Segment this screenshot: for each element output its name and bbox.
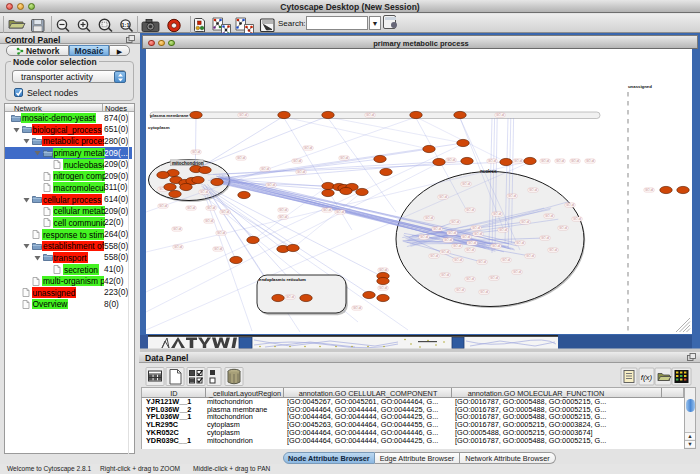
svg-text:GO-id: GO-id bbox=[174, 245, 182, 249]
svg-text:GO-id: GO-id bbox=[472, 226, 480, 230]
svg-text:GO-id: GO-id bbox=[439, 195, 447, 199]
svg-text:GO-id: GO-id bbox=[478, 260, 486, 264]
svg-text:GO-id: GO-id bbox=[559, 226, 567, 230]
svg-text:GO-id: GO-id bbox=[353, 306, 361, 310]
svg-text:GO-id: GO-id bbox=[566, 203, 574, 207]
svg-text:GO-id: GO-id bbox=[645, 188, 653, 192]
svg-text:GO-id: GO-id bbox=[205, 219, 213, 223]
svg-text:GO-id: GO-id bbox=[549, 248, 557, 252]
svg-text:GO-id: GO-id bbox=[516, 241, 524, 245]
svg-text:GO-id: GO-id bbox=[187, 206, 195, 210]
svg-text:plasma membrane: plasma membrane bbox=[150, 113, 189, 118]
svg-text:GO-id: GO-id bbox=[502, 258, 510, 262]
svg-text:GO-id: GO-id bbox=[379, 268, 387, 272]
svg-text:GO-id: GO-id bbox=[490, 276, 498, 280]
svg-text:GO-id: GO-id bbox=[441, 250, 449, 254]
svg-text:GO-id: GO-id bbox=[496, 113, 504, 117]
svg-text:GO-id: GO-id bbox=[420, 235, 428, 239]
svg-text:GO-id: GO-id bbox=[430, 254, 438, 258]
svg-text:GO-id: GO-id bbox=[466, 248, 474, 252]
svg-text:GO-id: GO-id bbox=[448, 231, 456, 235]
svg-text:GO-id: GO-id bbox=[529, 188, 537, 192]
svg-text:GO-id: GO-id bbox=[192, 150, 200, 154]
svg-text:GO-id: GO-id bbox=[267, 183, 275, 187]
svg-text:GO-id: GO-id bbox=[447, 158, 455, 162]
svg-text:GO-id: GO-id bbox=[237, 156, 245, 160]
svg-text:GO-id: GO-id bbox=[466, 277, 474, 281]
svg-text:GO-id: GO-id bbox=[462, 182, 470, 186]
svg-text:GO-id: GO-id bbox=[545, 214, 553, 218]
svg-text:mitochondrion: mitochondrion bbox=[172, 161, 204, 166]
svg-text:GO-id: GO-id bbox=[304, 146, 312, 150]
svg-text:GO-id: GO-id bbox=[492, 244, 500, 248]
svg-text:GO-id: GO-id bbox=[239, 113, 247, 117]
svg-text:GO-id: GO-id bbox=[279, 208, 287, 212]
svg-text:1:1: 1:1 bbox=[122, 22, 130, 28]
svg-text:GO-id: GO-id bbox=[336, 210, 344, 214]
svg-text:GO-id: GO-id bbox=[573, 217, 581, 221]
svg-text:endoplasmic reticulum: endoplasmic reticulum bbox=[259, 277, 306, 282]
svg-text:GO-id: GO-id bbox=[286, 295, 294, 299]
svg-text:GO-id: GO-id bbox=[508, 194, 516, 198]
svg-text:GO-id: GO-id bbox=[586, 159, 594, 163]
svg-text:GO-id: GO-id bbox=[323, 208, 331, 212]
svg-text:GO-id: GO-id bbox=[571, 159, 579, 163]
svg-text:GO-id: GO-id bbox=[466, 208, 474, 212]
svg-text:f(x): f(x) bbox=[641, 373, 653, 382]
svg-text:GO-id: GO-id bbox=[441, 273, 449, 277]
svg-text:GO-id: GO-id bbox=[453, 244, 461, 248]
svg-text:GO-id: GO-id bbox=[521, 220, 529, 224]
svg-text:GO-id: GO-id bbox=[474, 232, 482, 236]
svg-text:GO-id: GO-id bbox=[279, 215, 287, 219]
svg-text:GO-id: GO-id bbox=[526, 254, 534, 258]
svg-text:GO-id: GO-id bbox=[541, 159, 549, 163]
svg-text:GO-id: GO-id bbox=[293, 159, 301, 163]
svg-text:GO-id: GO-id bbox=[444, 238, 452, 242]
svg-text:GO-id: GO-id bbox=[468, 241, 476, 245]
svg-text:GO-id: GO-id bbox=[462, 235, 470, 239]
svg-text:GO-id: GO-id bbox=[513, 270, 521, 274]
svg-text:GO-id: GO-id bbox=[488, 159, 496, 163]
svg-text:GO-id: GO-id bbox=[451, 220, 459, 224]
svg-text:cytoplasm: cytoplasm bbox=[148, 125, 170, 130]
svg-text:GO-id: GO-id bbox=[207, 206, 215, 210]
svg-text:GO-id: GO-id bbox=[221, 210, 229, 214]
svg-text:GO-id: GO-id bbox=[200, 190, 208, 194]
svg-text:GO-id: GO-id bbox=[379, 286, 387, 290]
svg-text:GO-id: GO-id bbox=[514, 159, 522, 163]
svg-text:GO-id: GO-id bbox=[433, 227, 441, 231]
svg-text:GO-id: GO-id bbox=[340, 156, 348, 160]
svg-text:GO-id: GO-id bbox=[454, 258, 462, 262]
svg-text:GO-id: GO-id bbox=[297, 170, 305, 174]
svg-text:GO-id: GO-id bbox=[480, 290, 488, 294]
svg-text:GO-id: GO-id bbox=[456, 288, 464, 292]
svg-text:GO-id: GO-id bbox=[366, 113, 374, 117]
svg-text:unassigned: unassigned bbox=[628, 84, 652, 89]
svg-text:GO-id: GO-id bbox=[159, 204, 167, 208]
svg-text:GO-id: GO-id bbox=[425, 216, 433, 220]
svg-text:GO-id: GO-id bbox=[541, 236, 549, 240]
svg-text:GO-id: GO-id bbox=[214, 247, 222, 251]
svg-text:GO-id: GO-id bbox=[493, 212, 501, 216]
svg-text:GO-id: GO-id bbox=[499, 228, 507, 232]
svg-text:GO-id: GO-id bbox=[556, 159, 564, 163]
svg-text:GO-id: GO-id bbox=[261, 167, 269, 171]
svg-text:GO-id: GO-id bbox=[217, 231, 225, 235]
svg-text:GO-id: GO-id bbox=[173, 227, 181, 231]
